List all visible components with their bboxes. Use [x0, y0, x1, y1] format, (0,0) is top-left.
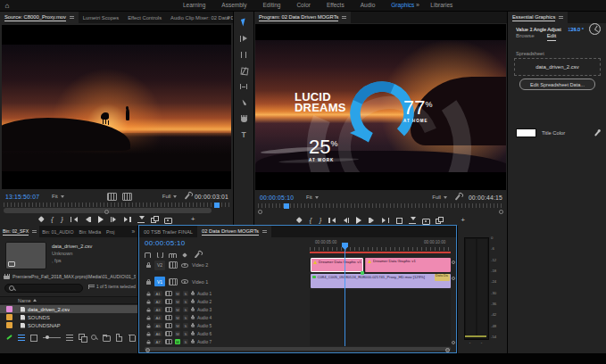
timeline-horizontal-scrollbar[interactable] — [145, 347, 451, 351]
new-item-icon[interactable] — [115, 334, 122, 341]
track-resize-handle[interactable] — [452, 277, 455, 280]
audio-track-header[interactable]: A2 M S Audio 2 — [139, 298, 310, 305]
track-lock-icon[interactable] — [147, 332, 151, 336]
track-patch-icon[interactable] — [165, 323, 172, 329]
audio-track-header[interactable]: A6 M S Audio 6 — [139, 330, 310, 337]
track-patch-icon[interactable] — [165, 331, 172, 337]
bin-tab[interactable]: Bin: 02_SFX — [0, 226, 39, 237]
hand-tool-icon[interactable] — [240, 115, 248, 123]
sequence-tab[interactable]: 02 Data Driven MOGRTs — [197, 226, 271, 237]
mute-button[interactable]: M — [175, 323, 180, 328]
track-resize-handle[interactable] — [452, 341, 455, 344]
find-icon[interactable] — [91, 335, 97, 341]
extract-button[interactable] — [409, 217, 416, 224]
program-mini-timeline[interactable] — [258, 203, 503, 208]
data-clip-partial[interactable]: Data Da — [435, 274, 450, 281]
mute-button[interactable]: M — [175, 331, 180, 336]
bin-tab[interactable]: Proj — [104, 226, 117, 237]
audio-track-header[interactable]: A4 M S Audio 4 — [139, 314, 310, 321]
step-back-button[interactable] — [342, 217, 349, 224]
project-item-row[interactable]: › data_driven_2.csv — [0, 305, 137, 313]
add-marker-button[interactable] — [37, 216, 45, 223]
home-button[interactable]: ⌂ — [0, 0, 14, 11]
add-marker-button[interactable] — [295, 217, 303, 224]
solo-button[interactable]: S — [183, 291, 188, 296]
solo-button[interactable]: S — [183, 307, 188, 312]
program-zoom-select[interactable]: Fit — [306, 194, 319, 200]
essential-graphics-tab[interactable]: Essential Graphics — [508, 12, 568, 23]
panel-tab[interactable]: Effect Controls — [123, 12, 166, 23]
source-zoom-select[interactable]: Fit — [52, 194, 64, 199]
voiceover-mic-icon[interactable] — [191, 315, 195, 320]
comparison-view-button[interactable] — [436, 217, 443, 224]
insert-button[interactable] — [137, 216, 145, 223]
list-view-icon[interactable] — [18, 335, 25, 341]
solo-button[interactable]: S — [183, 323, 188, 328]
track-patch-icon[interactable] — [165, 291, 172, 297]
workspace-overflow-icon[interactable]: » — [416, 0, 419, 11]
drag-audio-only-icon[interactable] — [122, 193, 132, 201]
new-bin-icon[interactable] — [103, 334, 110, 341]
workspace-tab[interactable]: Color — [288, 0, 319, 11]
drag-video-only-icon[interactable] — [107, 193, 117, 201]
overwrite-button[interactable] — [151, 216, 158, 223]
play-button[interactable] — [97, 216, 104, 223]
edit-spreadsheet-data-button[interactable]: Edit Spreadsheet Data... — [519, 79, 595, 90]
track-resize-handle[interactable] — [452, 261, 455, 264]
panel-tab[interactable]: Lumetri Scopes — [79, 12, 123, 23]
workspace-tab[interactable]: Learning — [175, 0, 213, 11]
param-value[interactable]: 34.0 ° — [570, 27, 584, 32]
solo-button[interactable]: S — [183, 315, 188, 320]
source-patch-toggle[interactable]: A4 — [154, 315, 162, 321]
timeline-playhead-line[interactable] — [345, 249, 345, 346]
track-lock-icon[interactable] — [147, 292, 151, 296]
source-patch-toggle[interactable]: V2 — [154, 261, 165, 270]
source-zoom-scrollbar[interactable] — [4, 208, 212, 213]
audio-track-header[interactable]: A3 M S Audio 3 — [139, 306, 310, 313]
step-back-button[interactable] — [84, 216, 91, 223]
clear-icon[interactable] — [128, 334, 135, 341]
source-mini-timeline[interactable] — [4, 203, 229, 207]
tab-overflow-icon[interactable]: » — [224, 12, 233, 23]
workspace-tab[interactable]: Editing — [255, 0, 289, 11]
program-video-frame[interactable]: LUCID DREAMS 77% AT HOME 25% AT WORK — [255, 24, 506, 190]
program-scrubber[interactable] — [258, 203, 503, 214]
track-lock-icon[interactable] — [146, 279, 151, 285]
panel-tab[interactable]: Source: C8000_Proxy.mov — [0, 12, 79, 23]
icon-view-icon[interactable] — [30, 334, 37, 341]
mark-in-button[interactable]: { — [309, 217, 312, 224]
source-patch-toggle[interactable]: A6 — [154, 331, 162, 337]
source-scrubber[interactable] — [4, 203, 229, 213]
voiceover-mic-icon[interactable] — [191, 331, 195, 336]
source-patch-toggle[interactable]: A2 — [154, 299, 162, 305]
solo-button[interactable]: S — [183, 299, 188, 304]
toggle-track-visibility-icon[interactable] — [181, 263, 188, 268]
export-frame-button[interactable] — [164, 216, 171, 223]
mark-in-button[interactable]: { — [51, 216, 54, 223]
go-to-out-button[interactable] — [124, 216, 131, 223]
video-track-header[interactable]: V2 Video 2 — [139, 258, 310, 272]
track-patch-icon[interactable] — [165, 307, 172, 313]
solo-button[interactable]: S — [183, 339, 188, 344]
settings-wrench-icon[interactable] — [184, 193, 191, 200]
zoom-slider[interactable] — [43, 334, 61, 341]
label-color-chip[interactable] — [6, 306, 12, 312]
source-patch-toggle[interactable]: A1 — [154, 291, 162, 297]
source-resolution-select[interactable]: Full — [162, 194, 178, 199]
audio-track-header[interactable]: A5 M S Audio 5 — [139, 322, 310, 329]
audio-track-header[interactable]: A1 M S Audio 1 — [139, 290, 310, 297]
solo-button[interactable]: S — [183, 331, 188, 336]
workspace-tab[interactable]: Libraries — [422, 0, 461, 11]
title-color-swatch[interactable] — [516, 128, 536, 137]
track-lock-icon[interactable] — [147, 324, 151, 328]
source-playhead[interactable] — [214, 203, 220, 208]
button-editor-plus[interactable]: + — [460, 217, 466, 224]
type-tool-icon[interactable]: T — [240, 131, 248, 139]
mark-out-button[interactable]: } — [319, 217, 322, 224]
angle-dial[interactable] — [589, 23, 601, 35]
automate-to-sequence-icon[interactable] — [79, 334, 86, 341]
voiceover-mic-icon[interactable] — [191, 299, 195, 304]
slip-tool-icon[interactable] — [240, 83, 248, 91]
name-column-header[interactable]: Name — [0, 296, 137, 304]
toggle-track-visibility-icon[interactable] — [181, 279, 188, 284]
